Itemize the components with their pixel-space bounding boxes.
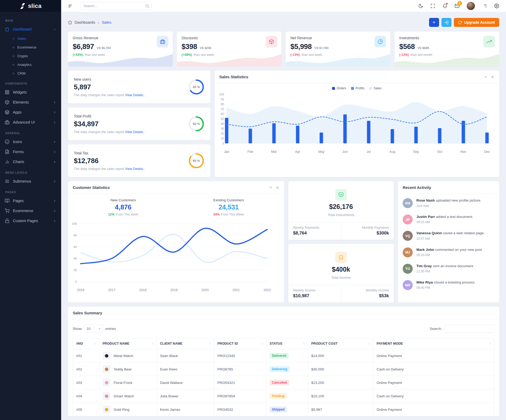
cell-cost: $15,100	[308, 389, 373, 403]
view-details-link[interactable]: View Details..	[125, 167, 145, 171]
kpi-column: New users5,897The daily changes the sale…	[68, 71, 210, 177]
activity-time: 06:40 PM	[416, 286, 494, 290]
sidebar-item-apps[interactable]: Apps	[0, 107, 61, 117]
collapse-icon[interactable]	[269, 186, 273, 189]
logo[interactable]: slica	[0, 0, 61, 12]
messages-mail-icon[interactable]: 6	[455, 3, 460, 8]
column-header-payment-mode[interactable]: PAYMENT MODE↑↓	[373, 338, 494, 349]
nav-section-label: PAGES	[0, 186, 61, 196]
table-search-input[interactable]	[444, 325, 494, 333]
svg-text:2020: 2020	[201, 288, 209, 292]
cell-no: #05	[73, 403, 99, 416]
avatar: RN	[403, 198, 413, 208]
upgrade-account-button[interactable]: Upgrade Account	[454, 18, 499, 27]
column-header--no[interactable]: #NO↑↓	[73, 338, 99, 349]
cell-label: Monthly Payments	[346, 226, 389, 229]
filter-lines-icon[interactable]	[482, 3, 487, 8]
sidebar-item-elements[interactable]: Elements	[0, 97, 61, 107]
progress-ring: 65 %	[188, 79, 205, 95]
stat-sparkline	[395, 53, 499, 66]
stat-card-discounts: Discounts$398VS $256(+56%)than last week	[177, 32, 281, 66]
page-size-select[interactable]: 10 ▾	[84, 325, 103, 333]
sort-icon: ↑↓	[94, 342, 96, 345]
column-header-client-name[interactable]: CLIENT NAME↑↓	[157, 338, 214, 349]
collapse-icon[interactable]	[484, 75, 488, 79]
progress-ring-label: 50 %	[188, 116, 205, 132]
view-details-link[interactable]: View Details..	[125, 93, 145, 97]
cell-value: $8,764	[293, 231, 336, 236]
fullscreen-icon[interactable]	[430, 3, 435, 8]
cell-value: $300k	[346, 231, 389, 236]
user-avatar[interactable]	[467, 2, 475, 10]
product-thumbnail	[103, 406, 110, 413]
breadcrumb-section[interactable]: Dashboards	[75, 20, 95, 25]
settings-gear-icon[interactable]	[494, 3, 499, 8]
sidebar-item-pages[interactable]: Pages	[0, 196, 61, 206]
layers-icon	[5, 110, 9, 115]
chart-legend: OrdersProfitsSales	[215, 83, 499, 91]
sidebar-item-custom-pages[interactable]: Custom Pages	[0, 216, 61, 226]
topbar-search	[80, 2, 152, 10]
sidebar: slica MAINDashboardSalesEcommerceCryptoA…	[0, 0, 61, 420]
sidebar-item-label: Custom Pages	[13, 219, 38, 223]
nav-section-label: COMPONENTS	[0, 78, 61, 87]
sign-in-button[interactable]	[441, 18, 451, 27]
sidebar-item-submenus[interactable]: Submenus	[0, 176, 61, 186]
progress-ring-label: 65 %	[188, 79, 205, 95]
svg-text:100: 100	[72, 222, 77, 225]
summary-cell: Weekly Income$10,987	[288, 285, 341, 302]
sidebar-item-icons[interactable]: Icons	[0, 137, 61, 147]
mail-badge: 6	[458, 1, 462, 6]
sidebar-item-advanced-ui[interactable]: Advanced UI	[0, 117, 61, 127]
legend-item-orders[interactable]: Orders	[332, 86, 346, 90]
sort-icon: ↑↓	[489, 342, 491, 345]
stat-compare: VS $256	[200, 46, 211, 50]
group-value: 4,876	[108, 203, 138, 211]
legend-item-profits[interactable]: Profits	[351, 86, 364, 90]
cell-status: Pending	[266, 389, 308, 403]
close-icon[interactable]	[276, 186, 279, 189]
sidebar-subitem-crypto[interactable]: Crypto	[0, 52, 61, 60]
sales-summary-table: #NO↑↓PRODUCT NAME↑↓CLIENT NAME↑↓PRODUCT …	[73, 338, 494, 416]
package-icon	[266, 36, 277, 47]
sidebar-subitem-ecommerce[interactable]: Ecommerce	[0, 43, 61, 52]
activity-item: MJMark John commented on your new post.0…	[403, 247, 494, 264]
cell-product-id: PRO97654	[214, 389, 266, 403]
view-details-link[interactable]: View Details..	[125, 130, 145, 134]
cell-payment: Online Payment	[373, 349, 494, 363]
column-header-product-id[interactable]: PRODUCT ID↑↓	[214, 338, 266, 349]
column-header-product-name[interactable]: PRODUCT NAME↑↓	[99, 338, 157, 349]
sidebar-item-charts[interactable]: Charts	[0, 157, 61, 167]
sidebar-subitem-analytics[interactable]: Analytics	[0, 60, 61, 69]
dark-mode-icon[interactable]	[418, 3, 423, 8]
search-input[interactable]	[80, 2, 152, 10]
home-icon[interactable]	[68, 20, 72, 25]
svg-text:50: 50	[221, 117, 224, 120]
sidebar-subitem-sales[interactable]: Sales	[0, 34, 61, 43]
sidebar-item-forms[interactable]: Forms	[0, 147, 61, 157]
table-row: #05Gold RingKevin JamesPRO4532Shipped$5,…	[73, 403, 494, 416]
sidebar-item-widgets[interactable]: Widgets	[0, 87, 61, 97]
product-thumbnail	[103, 392, 110, 400]
stat-compare: VS $7,783	[314, 46, 329, 50]
home-icon	[5, 27, 9, 32]
cell-payment: Online Payment	[373, 403, 494, 416]
add-button[interactable]: +	[429, 18, 439, 27]
stat-card-gross-revenue: Gross Revenue$6,897VS $5,783(+43%)than l…	[68, 32, 173, 66]
product-thumbnail	[103, 365, 110, 373]
sidebar-subitem-crm[interactable]: CRM	[0, 69, 61, 78]
column-header-product-cost[interactable]: PRODUCT COST↑↓	[308, 338, 373, 349]
topbar: 6	[61, 0, 506, 12]
legend-item-sales[interactable]: Sales	[369, 86, 382, 90]
menu-toggle-icon[interactable]	[68, 3, 73, 9]
svg-text:60: 60	[74, 245, 77, 248]
svg-text:10: 10	[221, 137, 224, 140]
kpi-title: Total Profit	[74, 114, 188, 118]
column-header-status[interactable]: STATUS↑↓	[266, 338, 308, 349]
close-icon[interactable]	[491, 75, 494, 79]
sidebar-item-ecommerce[interactable]: Ecommerce	[0, 206, 61, 216]
cell-cost: $14,500	[308, 349, 373, 363]
customer-stat-group: Existing Customers24,53134%From This Wee…	[213, 198, 244, 216]
notifications-bell-icon[interactable]	[442, 3, 447, 8]
sidebar-item-dashboard[interactable]: Dashboard	[0, 24, 61, 34]
